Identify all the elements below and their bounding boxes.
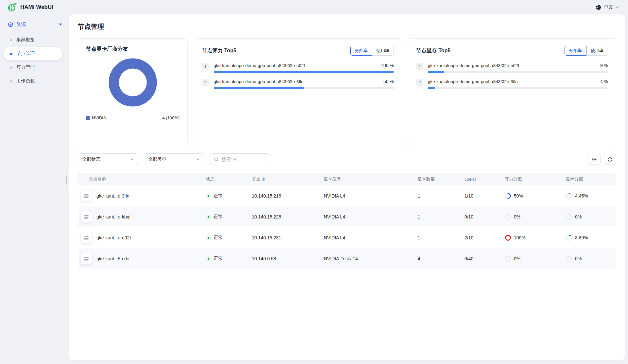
legend-swatch-icon [86, 116, 90, 120]
vendor-donut-chart [86, 58, 180, 107]
sidebar-group-label: 资源 [17, 22, 26, 27]
caret-down-icon [59, 24, 62, 26]
allocation-rate-tab[interactable]: 分配率 [350, 46, 372, 56]
summary-cards: 节点显卡厂商分布 NVIDIA 4 (100%) 节点算力 Top5 [78, 38, 616, 146]
column-settings-button[interactable] [588, 154, 601, 165]
status-filter-select[interactable]: 全部状态 [78, 153, 138, 165]
table-row[interactable]: gke-kant...e-kbql 正常 10.140.15.226 NVIDI… [78, 206, 616, 227]
column-header-name: 节点名称 [78, 176, 201, 182]
node-value: 9 % [600, 63, 608, 68]
compute-alloc-ring: 0% [505, 214, 520, 220]
cube-icon [8, 22, 13, 27]
top5-item: 2 gke-kantaloupe-demo-gpu-pool-a843f02e-… [202, 79, 394, 89]
sidebar-item-label: 工作负载 [16, 78, 35, 84]
sidebar-resize-handle[interactable] [66, 175, 67, 184]
filter-row: 全部状态 全部类型 [78, 153, 616, 165]
vgpu-value: 1/10 [459, 193, 499, 199]
hami-logo-icon [7, 2, 17, 12]
sidebar-item-node-management[interactable]: 节点管理 [4, 47, 62, 60]
rank-badge: 1 [202, 63, 209, 70]
gpu-vendor-card-title: 节点显卡厂商分布 [86, 46, 180, 53]
column-header-model: 显卡型号 [319, 176, 412, 182]
node-value: 4 % [600, 79, 608, 84]
progress-bar [214, 87, 394, 89]
gpu-count: 4 [412, 256, 459, 261]
globe-icon [596, 5, 601, 10]
page-title: 节点管理 [78, 22, 616, 31]
chevron-down-icon [196, 158, 200, 161]
usage-rate-tab[interactable]: 使用率 [372, 46, 394, 56]
chevron-down-icon [130, 158, 134, 161]
node-ip: 10.140.15.231 [247, 235, 319, 240]
column-header-status: 状态 [201, 176, 247, 182]
legend-label: NVIDIA [92, 115, 106, 120]
node-name: gke-kantaloupe-demo-gpu-pool-a843f02e-n0… [214, 63, 305, 68]
menu-dot-icon [10, 39, 12, 41]
main-panel: 节点管理 节点显卡厂商分布 NVIDIA 4 (100%) [69, 14, 625, 360]
status-dot-icon [206, 194, 211, 199]
refresh-icon [607, 157, 613, 162]
type-filter-select[interactable]: 全部类型 [144, 153, 204, 165]
table-body: gke-kant...e-3fln 正常 10.140.15.216 NVIDI… [78, 185, 616, 269]
brand-title: HAMi WebUI [20, 4, 53, 10]
table-row[interactable]: gke-kant...5-crhi 正常 10.140.0.58 NVIDIA-… [78, 248, 616, 269]
sidebar-menu: 集群概览 节点管理 算力管理 工作负载 [0, 33, 69, 88]
node-ip: 10.140.0.58 [247, 256, 319, 261]
status-dot-icon [206, 235, 211, 240]
top5-item: 1 gke-kantaloupe-demo-gpu-pool-a843f02e-… [202, 63, 394, 73]
menu-dot-icon [10, 66, 12, 69]
node-icon [80, 190, 92, 202]
sidebar-item-cluster-overview[interactable]: 集群概览 [4, 33, 62, 46]
node-name: gke-kant...e-kbql [96, 214, 131, 219]
menu-dot-icon [10, 80, 12, 82]
table-row[interactable]: gke-kant...e-n02f 正常 10.140.15.231 NVIDI… [78, 227, 616, 248]
usage-rate-tab[interactable]: 使用率 [586, 46, 608, 56]
legend-value: 4 (100%) [162, 115, 180, 120]
column-settings-icon [592, 157, 597, 162]
donut-ring [114, 63, 152, 101]
progress-bar [428, 87, 608, 89]
sidebar-group-resources[interactable]: 资源 [0, 18, 69, 31]
column-header-vgpu: vGPU [459, 177, 499, 182]
vgpu-value: 0/40 [459, 256, 499, 261]
memory-rate-toggle: 分配率 使用率 [565, 46, 608, 56]
gpu-count: 1 [412, 193, 459, 199]
compute-top5-card: 节点算力 Top5 分配率 使用率 1 gke-kantaloupe-demo-… [194, 38, 402, 146]
sidebar-item-label: 算力管理 [16, 64, 35, 70]
node-value: 100 % [381, 63, 394, 68]
ip-search-input[interactable] [221, 156, 266, 162]
gpu-count: 1 [412, 214, 459, 219]
search-icon [214, 157, 219, 162]
top-bar: HAMi WebUI 中文 [0, 0, 628, 14]
menu-dot-icon [10, 53, 12, 55]
column-header-count: 显卡数量 [412, 176, 459, 182]
sidebar-item-compute-management[interactable]: 算力管理 [4, 61, 62, 74]
sidebar-item-workloads[interactable]: 工作负载 [4, 75, 62, 88]
node-name: gke-kant...e-n02f [96, 235, 131, 240]
gpu-model: NVIDIA L4 [319, 214, 412, 219]
column-header-memory-alloc: 显存分配 [561, 176, 616, 182]
node-icon [80, 232, 92, 244]
node-name: gke-kant...5-crhi [96, 256, 129, 261]
table-header: 节点名称 状态 节点 IP 显卡型号 显卡数量 vGPU 算力分配 显存分配 [78, 173, 616, 185]
node-name: gke-kantaloupe-demo-gpu-pool-a843f02e-3f… [214, 79, 304, 84]
top5-item: 2 gke-kantaloupe-demo-gpu-pool-a843f02e-… [416, 79, 608, 89]
compute-alloc-ring: 100% [505, 234, 526, 241]
gpu-model: NVIDIA L4 [319, 193, 412, 199]
node-name: gke-kantaloupe-demo-gpu-pool-a843f02e-3f… [428, 79, 518, 84]
language-switcher[interactable]: 中文 [596, 4, 619, 10]
allocation-rate-tab[interactable]: 分配率 [565, 46, 586, 56]
app-root: HAMi WebUI 中文 资源 [0, 0, 628, 364]
memory-top5-card: 节点显存 Top5 分配率 使用率 1 gke-kantaloupe-demo-… [408, 38, 616, 146]
refresh-button[interactable] [604, 154, 616, 165]
progress-bar [214, 71, 394, 73]
vgpu-value: 2/10 [459, 235, 499, 240]
status-dot-icon [206, 256, 211, 261]
node-value: 50 % [383, 79, 394, 84]
table-row[interactable]: gke-kant...e-3fln 正常 10.140.15.216 NVIDI… [78, 185, 616, 206]
sidebar-item-label: 节点管理 [16, 51, 35, 57]
vgpu-value: 0/10 [459, 214, 499, 219]
rank-badge: 2 [202, 79, 209, 86]
status-filter-value: 全部状态 [82, 156, 100, 162]
sidebar-item-label: 集群概览 [16, 37, 35, 43]
